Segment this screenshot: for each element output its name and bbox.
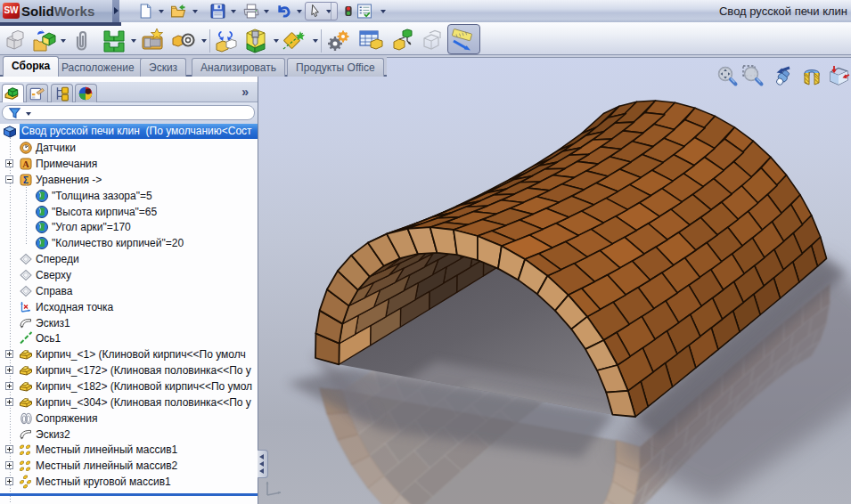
- svg-text:A: A: [22, 159, 29, 169]
